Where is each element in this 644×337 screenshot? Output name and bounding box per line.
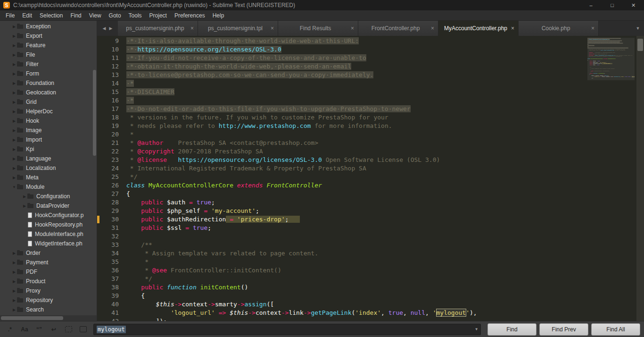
code-line[interactable]: 21 * @author PrestaShop SA <contact@pres… <box>97 139 644 147</box>
code-line[interactable]: 13·*·to·license@prestashop.com·so·we·can… <box>97 71 644 79</box>
close-button[interactable]: ✕ <box>623 0 644 10</box>
menu-item-view[interactable]: View <box>85 10 105 20</box>
code-line[interactable]: 32 <box>97 232 644 241</box>
sidebar-folder-export[interactable]: ▶Export <box>0 31 97 41</box>
chevron-right-icon[interactable]: ▶ <box>11 72 17 76</box>
chevron-right-icon[interactable]: ▶ <box>11 147 17 152</box>
chevron-right-icon[interactable]: ▶ <box>22 194 27 199</box>
chevron-right-icon[interactable]: ▶ <box>11 176 17 180</box>
menu-item-selection[interactable]: Selection <box>36 10 66 20</box>
code-line[interactable]: 39 { <box>97 292 644 300</box>
sidebar-folder-hook[interactable]: ▶Hook <box>0 116 97 126</box>
code-editor[interactable]: 9·*·It·is·also·available·through·the·wor… <box>97 36 644 321</box>
chevron-right-icon[interactable]: ▶ <box>11 34 17 38</box>
sidebar-folder-proxy[interactable]: ▶Proxy <box>0 286 97 295</box>
in-selection-icon[interactable] <box>62 324 74 335</box>
code-line[interactable]: 41 'logout_url' => $this->context->link-… <box>97 309 644 317</box>
chevron-right-icon[interactable]: ▶ <box>11 308 17 312</box>
menu-item-help[interactable]: Help <box>209 10 228 20</box>
code-line[interactable]: 17·*·Do·not·edit·or·add·to·this·file·if·… <box>97 105 644 113</box>
code-line[interactable]: 11·*·If·you·did·not·receive·a·copy·of·th… <box>97 54 644 62</box>
editor-scrollbar[interactable] <box>637 39 643 51</box>
code-line[interactable]: 28 public $auth = true; <box>97 198 644 207</box>
wrap-icon[interactable]: ↩ <box>48 324 60 335</box>
code-line[interactable]: 30 public $authRedirection = 'prices-dro… <box>97 215 644 224</box>
code-line[interactable]: 14·* <box>97 79 644 88</box>
tab-close-icon[interactable]: × <box>591 25 594 32</box>
chevron-right-icon[interactable]: ▶ <box>11 157 17 161</box>
sidebar-folder-pdf[interactable]: ▶PDF <box>0 267 97 277</box>
find-input[interactable]: mylogout ▼ <box>93 324 481 335</box>
sidebar-folder-module[interactable]: ▼Module <box>0 182 97 192</box>
chevron-right-icon[interactable]: ▶ <box>11 81 17 85</box>
chevron-right-icon[interactable]: ▶ <box>11 91 17 95</box>
sidebar-folder-kpi[interactable]: ▶Kpi <box>0 144 97 154</box>
code-line[interactable]: 25 */ <box>97 173 644 181</box>
sidebar-folder-file[interactable]: ▶File <box>0 50 97 59</box>
sidebar-folder-feature[interactable]: ▶Feature <box>0 41 97 50</box>
code-line[interactable]: 12·*·obtain·it·through·the·world-wide-we… <box>97 62 644 71</box>
code-line[interactable]: 20 * <box>97 130 644 139</box>
chevron-right-icon[interactable]: ▶ <box>11 251 17 255</box>
highlight-matches-icon[interactable] <box>77 324 89 335</box>
chevron-right-icon[interactable]: ▶ <box>22 204 27 208</box>
sidebar-folder-product[interactable]: ▶Product <box>0 277 97 286</box>
chevron-right-icon[interactable]: ▶ <box>11 279 17 284</box>
sidebar-folder-configuration[interactable]: ▶Configuration <box>0 192 97 201</box>
code-line[interactable]: 10·*·https://opensource.org/licenses/OSL… <box>97 45 644 54</box>
code-line[interactable]: 9·*·It·is·also·available·through·the·wor… <box>97 37 644 45</box>
find-all-button[interactable]: Find All <box>591 323 640 336</box>
sidebar-folder-meta[interactable]: ▶Meta <box>0 173 97 182</box>
sidebar-folder-foundation[interactable]: ▶Foundation <box>0 78 97 88</box>
tab-cookie-php[interactable]: Cookie.php× <box>519 21 599 36</box>
menu-item-preferences[interactable]: Preferences <box>171 10 209 20</box>
sidebar-folder-language[interactable]: ▶Language <box>0 154 97 163</box>
minimap[interactable]: ·*·It·is·also·available·through·the·worl… <box>587 38 635 302</box>
code-line[interactable]: 38 public function initContent() <box>97 283 644 292</box>
chevron-right-icon[interactable]: ▶ <box>11 62 17 67</box>
chevron-right-icon[interactable]: ▶ <box>11 289 17 293</box>
chevron-right-icon[interactable]: ▶ <box>11 128 17 133</box>
tab-close-icon[interactable]: × <box>190 25 194 32</box>
code-line[interactable]: 36 * @see FrontController::initContent() <box>97 266 644 275</box>
chevron-right-icon[interactable]: ▶ <box>11 110 17 114</box>
code-line[interactable]: 16·* <box>97 96 644 105</box>
sidebar-folder-localization[interactable]: ▶Localization <box>0 163 97 173</box>
code-line[interactable]: 18 * versions in the future. If you wish… <box>97 113 644 122</box>
maximize-button[interactable]: □ <box>602 0 623 10</box>
tab-scroll-left-icon[interactable]: ◀ <box>103 26 106 31</box>
sidebar-file-moduleinterface-ph[interactable]: ModuleInterface.ph <box>0 229 97 239</box>
menu-item-project[interactable]: Project <box>146 10 171 20</box>
tab-scroll-right-icon[interactable]: ▶ <box>109 26 113 31</box>
sidebar-file-hookconfigurator-p[interactable]: HookConfigurator.p <box>0 211 97 220</box>
sidebar-folder-form[interactable]: ▶Form <box>0 69 97 78</box>
tab-myaccountcontroller-php[interactable]: MyAccountController.php× <box>438 21 519 36</box>
chevron-right-icon[interactable]: ▶ <box>11 270 17 274</box>
whole-word-icon[interactable]: “” <box>33 324 45 335</box>
case-sensitive-icon[interactable]: Aa <box>18 324 31 335</box>
code-line[interactable]: 35 * <box>97 258 644 266</box>
tab-frontcontroller-php[interactable]: FrontController.php× <box>358 21 438 36</box>
regex-icon[interactable]: .* <box>4 324 16 335</box>
chevron-right-icon[interactable]: ▶ <box>11 100 17 104</box>
sidebar-horizontal-scrollbar[interactable] <box>1 316 63 320</box>
tab-find-results[interactable]: Find Results× <box>278 21 358 36</box>
chevron-right-icon[interactable]: ▶ <box>11 138 17 142</box>
tab-ps-customersignin-tpl[interactable]: ps_customersignin.tpl× <box>198 21 278 36</box>
sidebar-vertical-scrollbar[interactable] <box>93 70 96 156</box>
chevron-right-icon[interactable]: ▶ <box>11 261 17 265</box>
sidebar-file-widgetinterface-ph[interactable]: WidgetInterface.ph <box>0 239 97 248</box>
sidebar-folder-geolocation[interactable]: ▶Geolocation <box>0 88 97 97</box>
tab-overflow-button[interactable]: ▼ <box>632 21 644 36</box>
sidebar-folder-payment[interactable]: ▶Payment <box>0 258 97 267</box>
sidebar-file-hookrepository-ph[interactable]: HookRepository.ph <box>0 220 97 229</box>
sidebar-folder-import[interactable]: ▶Import <box>0 135 97 144</box>
code-line[interactable]: 33 /** <box>97 241 644 249</box>
sidebar-folder-exception[interactable]: ▶Exception <box>0 22 97 31</box>
tab-close-icon[interactable]: × <box>511 25 514 32</box>
sidebar-folder-order[interactable]: ▶Order <box>0 248 97 258</box>
menu-item-file[interactable]: File <box>2 10 18 20</box>
tab-close-icon[interactable]: × <box>271 25 274 32</box>
minimize-button[interactable]: – <box>580 0 602 10</box>
code-line[interactable]: 22 * @copyright 2007-2018 PrestaShop SA <box>97 147 644 156</box>
